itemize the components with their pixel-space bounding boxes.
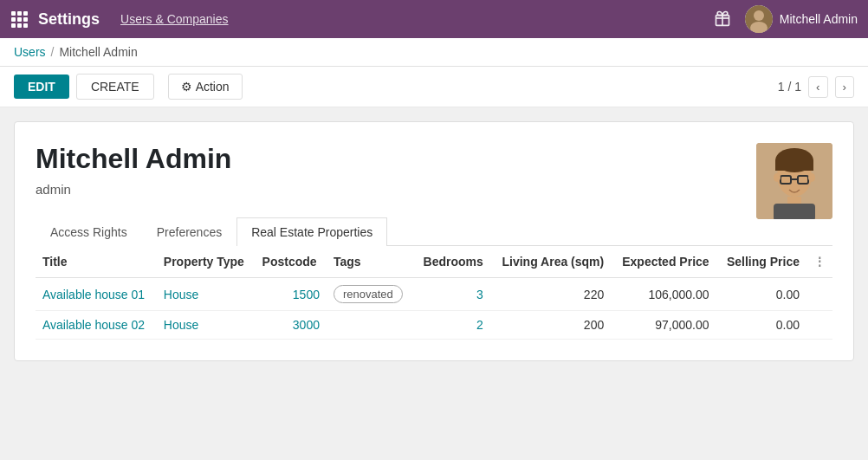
table-row: Available house 01 House 1500 renovated … xyxy=(36,278,832,311)
row2-selling-price: 0.00 xyxy=(716,311,806,340)
svg-rect-18 xyxy=(775,160,813,171)
row1-title[interactable]: Available house 01 xyxy=(36,278,157,311)
app-title: Settings xyxy=(38,10,100,29)
breadcrumb-separator: / xyxy=(51,45,55,59)
action-button[interactable]: ⚙ Action xyxy=(168,74,243,100)
row2-bedrooms[interactable]: 2 xyxy=(413,311,490,340)
row1-options xyxy=(806,278,832,311)
properties-table: Title Property Type Postcode Tags Bedroo… xyxy=(36,246,832,340)
col-title: Title xyxy=(36,246,157,278)
svg-rect-3 xyxy=(11,17,16,22)
row2-title[interactable]: Available house 02 xyxy=(36,311,157,340)
row1-property-type[interactable]: House xyxy=(157,278,256,311)
row1-postcode[interactable]: 1500 xyxy=(256,278,327,311)
col-postcode: Postcode xyxy=(256,246,327,278)
svg-rect-5 xyxy=(23,17,28,22)
breadcrumb-parent[interactable]: Users xyxy=(14,45,46,59)
row2-options xyxy=(806,311,832,340)
svg-rect-7 xyxy=(17,23,22,28)
svg-rect-8 xyxy=(23,23,28,28)
svg-point-13 xyxy=(754,10,764,21)
tabs: Access Rights Preferences Real Estate Pr… xyxy=(36,217,832,246)
username-label: Mitchell Admin xyxy=(780,12,858,26)
col-expected-price: Expected Price xyxy=(611,246,716,278)
row1-tags: renovated xyxy=(327,278,413,311)
col-tags: Tags xyxy=(327,246,413,278)
pagination-next[interactable]: › xyxy=(835,76,854,98)
create-button[interactable]: CREATE xyxy=(76,74,154,100)
table-container: Title Property Type Postcode Tags Bedroo… xyxy=(36,246,832,340)
svg-point-22 xyxy=(774,173,781,182)
breadcrumb-current: Mitchell Admin xyxy=(59,45,137,59)
grid-icon[interactable] xyxy=(10,10,28,28)
svg-point-23 xyxy=(808,173,815,182)
toolbar: EDIT CREATE ⚙ Action 1 / 1 ‹ › xyxy=(0,67,868,107)
col-selling-price: Selling Price xyxy=(716,246,806,278)
col-living-area: Living Area (sqm) xyxy=(490,246,611,278)
row1-expected-price: 106,000.00 xyxy=(611,278,716,311)
record-name: Mitchell Admin xyxy=(36,143,832,175)
svg-rect-1 xyxy=(17,11,22,16)
tab-preferences[interactable]: Preferences xyxy=(142,217,236,246)
tab-access-rights[interactable]: Access Rights xyxy=(36,217,142,246)
row2-expected-price: 97,000.00 xyxy=(611,311,716,340)
row1-selling-price: 0.00 xyxy=(716,278,806,311)
avatar xyxy=(745,5,773,33)
row1-bedrooms[interactable]: 3 xyxy=(413,278,490,311)
breadcrumb: Users / Mitchell Admin xyxy=(0,38,868,67)
record-avatar xyxy=(756,143,832,219)
row1-living-area: 220 xyxy=(490,278,611,311)
svg-rect-2 xyxy=(23,11,28,16)
svg-rect-4 xyxy=(17,17,22,22)
table-row: Available house 02 House 3000 2 200 97,0… xyxy=(36,311,832,340)
user-menu[interactable]: Mitchell Admin xyxy=(745,5,858,33)
gift-icon[interactable] xyxy=(714,10,731,29)
nav-menu-users-companies[interactable]: Users & Companies xyxy=(120,12,229,26)
tab-real-estate-properties[interactable]: Real Estate Properties xyxy=(236,217,387,246)
record-login: admin xyxy=(36,182,832,197)
topnav: Settings Users & Companies Mitchell Admi… xyxy=(0,0,868,38)
col-bedrooms: Bedrooms xyxy=(413,246,490,278)
pagination: 1 / 1 ‹ › xyxy=(778,76,854,98)
svg-rect-6 xyxy=(11,23,16,28)
record-card: Mitchell Admin admin Access Rights Prefe… xyxy=(14,121,854,361)
svg-rect-0 xyxy=(11,11,16,16)
svg-rect-25 xyxy=(774,204,815,219)
main-content: Mitchell Admin admin Access Rights Prefe… xyxy=(0,107,868,375)
row2-property-type[interactable]: House xyxy=(157,311,256,340)
topnav-right: Mitchell Admin xyxy=(714,5,858,33)
gear-icon: ⚙ xyxy=(181,80,192,94)
row2-postcode[interactable]: 3000 xyxy=(256,311,327,340)
row2-living-area: 200 xyxy=(490,311,611,340)
col-property-type: Property Type xyxy=(157,246,256,278)
tag-renovated[interactable]: renovated xyxy=(334,285,403,303)
pagination-prev[interactable]: ‹ xyxy=(808,76,827,98)
row2-tags xyxy=(327,311,413,340)
edit-button[interactable]: EDIT xyxy=(14,75,69,99)
action-label: Action xyxy=(196,80,230,94)
col-options-icon[interactable]: ⋮ xyxy=(806,246,832,278)
pagination-label: 1 / 1 xyxy=(778,80,801,94)
